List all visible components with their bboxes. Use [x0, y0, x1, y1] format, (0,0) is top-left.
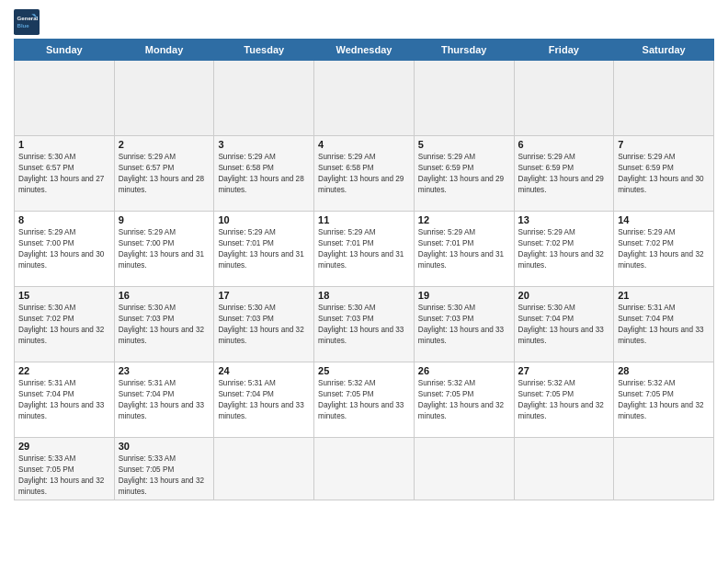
table-row: 3 Sunrise: 5:29 AMSunset: 6:58 PMDayligh…: [214, 136, 314, 212]
day-number: 28: [618, 365, 710, 376]
col-friday: Friday: [514, 40, 614, 61]
day-number: 12: [418, 214, 510, 225]
day-number: 26: [418, 365, 510, 376]
day-number: 23: [119, 365, 210, 376]
table-row: 23 Sunrise: 5:31 AMSunset: 7:04 PMDaylig…: [114, 362, 214, 438]
day-info: Sunrise: 5:29 AMSunset: 6:58 PMDaylight:…: [318, 153, 404, 194]
day-number: 11: [318, 214, 410, 225]
page-header: General Blue: [14, 9, 714, 35]
table-row: [614, 438, 714, 500]
day-info: Sunrise: 5:30 AMSunset: 7:03 PMDaylight:…: [318, 304, 404, 345]
table-row: [214, 438, 314, 500]
table-row: [514, 61, 614, 136]
table-row: 12 Sunrise: 5:29 AMSunset: 7:01 PMDaylig…: [414, 212, 514, 287]
table-row: [514, 438, 614, 500]
day-info: Sunrise: 5:29 AMSunset: 6:59 PMDaylight:…: [418, 153, 504, 194]
day-info: Sunrise: 5:29 AMSunset: 7:01 PMDaylight:…: [418, 228, 504, 270]
col-saturday: Saturday: [614, 40, 714, 61]
calendar-table: Sunday Monday Tuesday Wednesday Thursday…: [14, 39, 714, 500]
day-info: Sunrise: 5:29 AMSunset: 6:59 PMDaylight:…: [618, 153, 703, 194]
table-row: 25 Sunrise: 5:32 AMSunset: 7:05 PMDaylig…: [314, 362, 415, 438]
day-number: 27: [518, 365, 610, 376]
table-row: 29 Sunrise: 5:33 AMSunset: 7:05 PMDaylig…: [15, 438, 115, 500]
day-number: 9: [119, 214, 210, 225]
day-info: Sunrise: 5:30 AMSunset: 7:04 PMDaylight:…: [518, 304, 604, 345]
svg-text:Blue: Blue: [17, 22, 30, 29]
table-row: 21 Sunrise: 5:31 AMSunset: 7:04 PMDaylig…: [614, 287, 714, 362]
table-row: 20 Sunrise: 5:30 AMSunset: 7:04 PMDaylig…: [514, 287, 614, 362]
table-row: 16 Sunrise: 5:30 AMSunset: 7:03 PMDaylig…: [114, 287, 214, 362]
table-row: 4 Sunrise: 5:29 AMSunset: 6:58 PMDayligh…: [314, 136, 415, 212]
day-info: Sunrise: 5:30 AMSunset: 7:03 PMDaylight:…: [418, 304, 504, 345]
day-number: 19: [418, 290, 510, 301]
col-tuesday: Tuesday: [214, 40, 314, 61]
day-info: Sunrise: 5:31 AMSunset: 7:04 PMDaylight:…: [218, 379, 303, 420]
table-row: 7 Sunrise: 5:29 AMSunset: 6:59 PMDayligh…: [614, 136, 714, 212]
day-number: 7: [618, 139, 710, 150]
day-number: 24: [218, 365, 310, 376]
day-info: Sunrise: 5:29 AMSunset: 6:59 PMDaylight:…: [518, 153, 604, 194]
day-info: Sunrise: 5:29 AMSunset: 6:58 PMDaylight:…: [218, 153, 303, 194]
table-row: [314, 438, 415, 500]
table-row: 13 Sunrise: 5:29 AMSunset: 7:02 PMDaylig…: [514, 212, 614, 287]
day-info: Sunrise: 5:29 AMSunset: 7:02 PMDaylight:…: [518, 228, 604, 270]
calendar-header-row: Sunday Monday Tuesday Wednesday Thursday…: [15, 40, 714, 61]
day-number: 13: [518, 214, 610, 225]
day-number: 20: [518, 290, 610, 301]
day-info: Sunrise: 5:30 AMSunset: 6:57 PMDaylight:…: [18, 153, 104, 194]
table-row: 17 Sunrise: 5:30 AMSunset: 7:03 PMDaylig…: [214, 287, 314, 362]
table-row: [414, 438, 514, 500]
table-row: 11 Sunrise: 5:29 AMSunset: 7:01 PMDaylig…: [314, 212, 415, 287]
table-row: 2 Sunrise: 5:29 AMSunset: 6:57 PMDayligh…: [114, 136, 214, 212]
table-row: 22 Sunrise: 5:31 AMSunset: 7:04 PMDaylig…: [15, 362, 115, 438]
day-number: 18: [318, 290, 410, 301]
day-number: 4: [318, 139, 410, 150]
table-row: 5 Sunrise: 5:29 AMSunset: 6:59 PMDayligh…: [414, 136, 514, 212]
table-row: 27 Sunrise: 5:32 AMSunset: 7:05 PMDaylig…: [514, 362, 614, 438]
day-number: 30: [119, 441, 210, 452]
day-info: Sunrise: 5:30 AMSunset: 7:03 PMDaylight:…: [119, 304, 204, 345]
col-monday: Monday: [114, 40, 214, 61]
table-row: 18 Sunrise: 5:30 AMSunset: 7:03 PMDaylig…: [314, 287, 415, 362]
day-info: Sunrise: 5:29 AMSunset: 6:57 PMDaylight:…: [119, 153, 204, 194]
day-number: 5: [418, 139, 510, 150]
day-info: Sunrise: 5:31 AMSunset: 7:04 PMDaylight:…: [618, 304, 703, 345]
col-thursday: Thursday: [414, 40, 514, 61]
table-row: 6 Sunrise: 5:29 AMSunset: 6:59 PMDayligh…: [514, 136, 614, 212]
col-sunday: Sunday: [15, 40, 115, 61]
day-number: 21: [618, 290, 710, 301]
day-info: Sunrise: 5:32 AMSunset: 7:05 PMDaylight:…: [418, 379, 504, 420]
table-row: [114, 61, 214, 136]
day-info: Sunrise: 5:31 AMSunset: 7:04 PMDaylight:…: [18, 379, 104, 420]
logo-icon: General Blue: [14, 9, 40, 35]
day-info: Sunrise: 5:32 AMSunset: 7:05 PMDaylight:…: [318, 379, 404, 420]
day-info: Sunrise: 5:29 AMSunset: 7:00 PMDaylight:…: [18, 228, 104, 270]
day-number: 14: [618, 214, 710, 225]
day-info: Sunrise: 5:30 AMSunset: 7:02 PMDaylight:…: [18, 304, 104, 345]
day-info: Sunrise: 5:32 AMSunset: 7:05 PMDaylight:…: [618, 379, 703, 420]
day-number: 6: [518, 139, 610, 150]
day-number: 17: [218, 290, 310, 301]
day-number: 16: [119, 290, 210, 301]
table-row: [15, 61, 115, 136]
col-wednesday: Wednesday: [314, 40, 415, 61]
table-row: 30 Sunrise: 5:33 AMSunset: 7:05 PMDaylig…: [114, 438, 214, 500]
day-number: 1: [18, 139, 110, 150]
table-row: 28 Sunrise: 5:32 AMSunset: 7:05 PMDaylig…: [614, 362, 714, 438]
day-info: Sunrise: 5:29 AMSunset: 7:01 PMDaylight:…: [218, 228, 303, 270]
day-info: Sunrise: 5:29 AMSunset: 7:00 PMDaylight:…: [119, 228, 204, 270]
day-number: 2: [119, 139, 210, 150]
day-info: Sunrise: 5:33 AMSunset: 7:05 PMDaylight:…: [18, 454, 104, 496]
day-info: Sunrise: 5:31 AMSunset: 7:04 PMDaylight:…: [119, 379, 204, 420]
day-number: 8: [18, 214, 110, 225]
table-row: 14 Sunrise: 5:29 AMSunset: 7:02 PMDaylig…: [614, 212, 714, 287]
table-row: 24 Sunrise: 5:31 AMSunset: 7:04 PMDaylig…: [214, 362, 314, 438]
day-number: 29: [18, 441, 110, 452]
table-row: [214, 61, 314, 136]
day-number: 22: [18, 365, 110, 376]
table-row: 15 Sunrise: 5:30 AMSunset: 7:02 PMDaylig…: [15, 287, 115, 362]
day-info: Sunrise: 5:29 AMSunset: 7:02 PMDaylight:…: [618, 228, 703, 270]
table-row: 10 Sunrise: 5:29 AMSunset: 7:01 PMDaylig…: [214, 212, 314, 287]
table-row: [614, 61, 714, 136]
day-number: 25: [318, 365, 410, 376]
